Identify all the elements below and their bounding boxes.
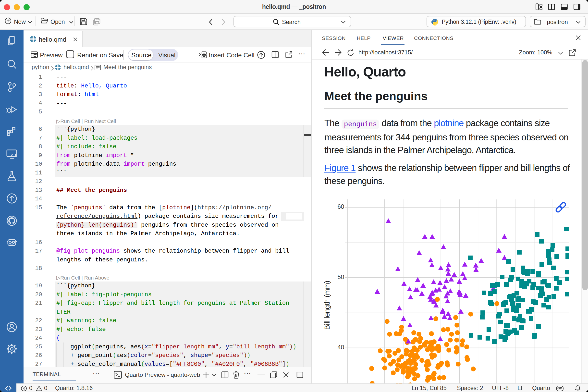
svg-text:50: 50	[337, 274, 344, 280]
svg-text:Bill length (mm): Bill length (mm)	[323, 281, 331, 330]
svg-text:60: 60	[337, 203, 344, 210]
svg-text:40: 40	[337, 344, 344, 350]
